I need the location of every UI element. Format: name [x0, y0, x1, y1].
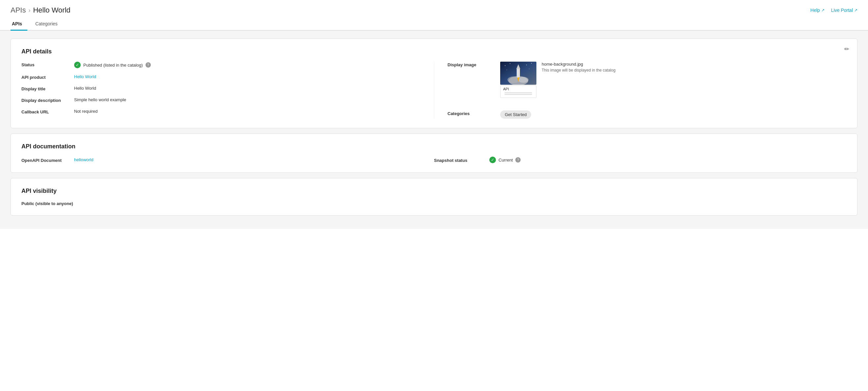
api-documentation-card: API documentation OpenAPI Document hello…	[10, 134, 858, 173]
api-documentation-title: API documentation	[22, 143, 846, 150]
image-api-label: API	[500, 85, 536, 98]
breadcrumb-parent[interactable]: APIs	[10, 6, 26, 15]
status-check-icon: ✓	[74, 62, 81, 68]
display-desc-label: Display description	[22, 97, 74, 103]
api-visibility-card: API visibility Public (visible to anyone…	[10, 178, 858, 216]
details-grid: Status ✓ Published (listed in the catalo…	[22, 62, 846, 119]
display-title-value: Hello World	[74, 86, 96, 91]
snapshot-check-icon: ✓	[489, 157, 496, 163]
image-desc: This image will be displayed in the cata…	[542, 68, 615, 73]
snapshot-value: Current	[499, 158, 513, 163]
details-right: Display image	[434, 62, 846, 119]
api-visibility-title: API visibility	[22, 188, 846, 195]
help-link[interactable]: Help ↗	[810, 7, 825, 13]
openapi-value[interactable]: helloworld	[74, 157, 94, 162]
doc-left: OpenAPI Document helloworld	[22, 157, 434, 163]
page-header: APIs › Hello World Help ↗ Live Portal ↗	[0, 0, 868, 18]
image-api-line-1	[504, 92, 532, 93]
external-link-icon-2: ↗	[854, 8, 858, 12]
svg-point-3	[518, 77, 528, 83]
visibility-value: Public (visible to anyone)	[22, 201, 846, 206]
callback-url-label: Callback URL	[22, 109, 74, 114]
image-api-lines	[503, 91, 533, 96]
doc-right: Snapshot status ✓ Current ?	[434, 157, 846, 163]
image-api-line-2	[504, 94, 532, 95]
external-link-icon: ↗	[821, 8, 825, 12]
breadcrumb-separator: ›	[28, 7, 30, 14]
openapi-label: OpenAPI Document	[22, 157, 74, 163]
api-product-value[interactable]: Hello World	[74, 74, 96, 79]
categories-label: Categories	[447, 110, 500, 116]
main-content: API details ✏ Status ✓ Published (listed…	[0, 31, 868, 229]
openapi-row: OpenAPI Document helloworld	[22, 157, 94, 163]
tab-apis[interactable]: APIs	[10, 18, 27, 31]
details-left: Status ✓ Published (listed in the catalo…	[22, 62, 434, 119]
image-thumbnail	[500, 62, 536, 85]
api-details-card: API details ✏ Status ✓ Published (listed…	[10, 38, 858, 128]
callback-url-row: Callback URL Not required	[22, 109, 434, 114]
breadcrumb-current: Hello World	[33, 6, 70, 15]
api-product-row: API product Hello World	[22, 74, 434, 80]
svg-point-12	[506, 69, 507, 70]
categories-row: Categories Get Started	[447, 110, 846, 119]
svg-point-13	[529, 68, 529, 69]
callback-url-value: Not required	[74, 109, 98, 114]
svg-point-9	[510, 63, 510, 64]
live-portal-link[interactable]: Live Portal ↗	[831, 7, 858, 13]
categories-value: Get Started	[500, 110, 531, 119]
svg-point-10	[526, 65, 527, 65]
display-desc-row: Display description Simple hello world e…	[22, 97, 434, 103]
svg-point-8	[505, 65, 505, 66]
snapshot-help-icon[interactable]: ?	[515, 157, 521, 163]
display-image-label: Display image	[447, 62, 500, 67]
category-badge[interactable]: Get Started	[500, 110, 531, 119]
api-details-title: API details	[22, 48, 846, 55]
display-title-label: Display title	[22, 86, 74, 91]
thumbnail-svg	[500, 62, 536, 85]
status-text: Published (listed in the catalog)	[83, 63, 143, 67]
image-filename: home-background.jpg	[542, 62, 615, 66]
svg-rect-4	[517, 68, 520, 78]
tab-bar: APIs Categories	[0, 18, 868, 31]
header-links: Help ↗ Live Portal ↗	[810, 7, 858, 13]
svg-point-11	[531, 63, 532, 64]
status-row: Status ✓ Published (listed in the catalo…	[22, 62, 434, 68]
status-help-icon[interactable]: ?	[146, 62, 151, 67]
tab-categories[interactable]: Categories	[34, 18, 63, 31]
snapshot-label: Snapshot status	[434, 157, 487, 163]
display-title-row: Display title Hello World	[22, 86, 434, 91]
doc-grid: OpenAPI Document helloworld Snapshot sta…	[22, 157, 846, 163]
breadcrumb: APIs › Hello World	[10, 6, 70, 15]
image-thumbnail-wrapper: API	[500, 62, 536, 98]
display-image-row: Display image	[447, 62, 846, 98]
image-info: home-background.jpg This image will be d…	[542, 62, 615, 73]
status-value-row: ✓ Published (listed in the catalog) ?	[74, 62, 151, 68]
display-desc-value: Simple hello world example	[74, 97, 126, 102]
snapshot-section: Snapshot status ✓ Current ?	[434, 157, 521, 163]
status-label: Status	[22, 62, 74, 67]
display-image-section: API home-background.jpg This image will …	[500, 62, 615, 98]
api-product-label: API product	[22, 74, 74, 80]
edit-button[interactable]: ✏	[844, 46, 849, 53]
